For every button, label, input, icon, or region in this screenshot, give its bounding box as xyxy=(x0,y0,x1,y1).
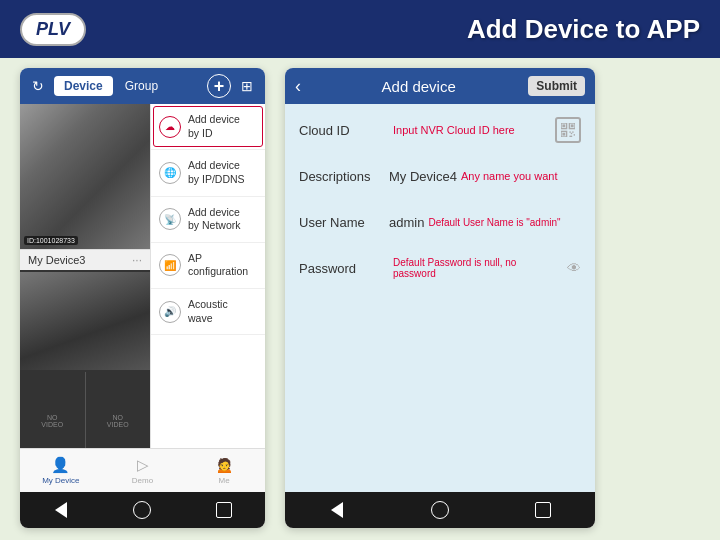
me-icon: 🙍 xyxy=(215,456,234,474)
menu-item-add-by-ip[interactable]: 🌐 Add deviceby IP/DDNS xyxy=(151,150,265,196)
tab-me[interactable]: 🙍 Me xyxy=(183,449,265,492)
right-nav-recent-button[interactable] xyxy=(528,495,558,525)
right-home-circle-icon xyxy=(431,501,449,519)
mini-cam-2: NOVIDEO xyxy=(86,372,151,448)
device-name-1: My Device3 xyxy=(28,254,85,266)
svg-rect-7 xyxy=(572,131,573,132)
submit-button[interactable]: Submit xyxy=(528,76,585,96)
logo: PLV xyxy=(20,13,86,46)
password-hint: Default Password is null, no password xyxy=(393,257,561,279)
grid-icon[interactable]: ⊞ xyxy=(235,74,259,98)
password-row: Password Default Password is null, no pa… xyxy=(299,254,581,282)
right-phone-nav xyxy=(285,492,595,528)
camera-thumb-top: ID:1001028733 xyxy=(20,104,150,249)
device-menu-dots-1[interactable]: ··· xyxy=(132,253,142,267)
descriptions-hint: Any name you want xyxy=(461,170,558,182)
cloud-id-hint: Input NVR Cloud ID here xyxy=(393,124,515,136)
device-id-1: ID:1001028733 xyxy=(24,236,78,245)
right-nav-back-button[interactable] xyxy=(322,495,352,525)
add-device-form: Cloud ID Input NVR Cloud ID here xyxy=(285,104,595,492)
nav-home-button[interactable] xyxy=(127,495,157,525)
mini-cam-1: NOVIDEO xyxy=(20,372,86,448)
camera-column: ID:1001028733 My Device3 ··· NOVIDEO xyxy=(20,104,150,448)
right-nav-home-button[interactable] xyxy=(425,495,455,525)
ip-icon: 🌐 xyxy=(159,162,181,184)
cloud-id-label: Cloud ID xyxy=(299,123,389,138)
tab-group[interactable]: Group xyxy=(117,76,166,96)
eye-icon[interactable]: 👁 xyxy=(567,260,581,276)
tab-demo[interactable]: ▷ Demo xyxy=(102,449,184,492)
svg-rect-10 xyxy=(569,136,572,137)
acoustic-icon: 🔊 xyxy=(159,301,181,323)
tab-me-label: Me xyxy=(219,476,230,485)
home-circle-icon xyxy=(133,501,151,519)
dropdown-menu: ☁ Add deviceby ID 🌐 Add deviceby IP/DDNS… xyxy=(150,104,265,448)
menu-item-ap-label: APconfiguration xyxy=(188,252,248,279)
menu-item-acoustic[interactable]: 🔊 Acousticwave xyxy=(151,289,265,335)
tab-device[interactable]: Device xyxy=(54,76,113,96)
bottom-cams: NOVIDEO NOVIDEO xyxy=(20,370,150,448)
network-icon: 📡 xyxy=(159,208,181,230)
username-row: User Name admin Default User Name is "ad… xyxy=(299,208,581,236)
camera-thumb-mid xyxy=(20,270,150,370)
svg-rect-5 xyxy=(562,133,565,136)
back-triangle-icon xyxy=(55,502,67,518)
menu-item-acoustic-label: Acousticwave xyxy=(188,298,228,325)
nav-back-button[interactable] xyxy=(46,495,76,525)
ap-icon: 📶 xyxy=(159,254,181,276)
tab-my-device-label: My Device xyxy=(42,476,79,485)
username-label: User Name xyxy=(299,215,389,230)
no-video-label-1: NOVIDEO xyxy=(41,414,63,428)
header: PLV Add Device to APP xyxy=(0,0,720,58)
refresh-icon[interactable]: ↻ xyxy=(26,74,50,98)
menu-item-by-ip-label: Add deviceby IP/DDNS xyxy=(188,159,245,186)
form-title: Add device xyxy=(309,78,528,95)
svg-rect-9 xyxy=(574,134,575,135)
device-name-row-1: My Device3 ··· xyxy=(20,249,150,270)
no-video-label-2: NOVIDEO xyxy=(107,414,129,428)
cloud-id-row: Cloud ID Input NVR Cloud ID here xyxy=(299,116,581,144)
svg-rect-1 xyxy=(562,124,565,127)
menu-item-add-by-id[interactable]: ☁ Add deviceby ID xyxy=(151,104,265,150)
recent-square-icon xyxy=(216,502,232,518)
left-phone-topbar: ↻ Device Group + ⊞ xyxy=(20,68,265,104)
page-title: Add Device to APP xyxy=(467,14,700,45)
tab-demo-label: Demo xyxy=(132,476,153,485)
right-phone-topbar: ‹ Add device Submit xyxy=(285,68,595,104)
username-hint: Default User Name is "admin" xyxy=(428,217,560,228)
descriptions-row: Descriptions My Device4 Any name you wan… xyxy=(299,162,581,190)
qr-icon[interactable] xyxy=(555,117,581,143)
descriptions-value: My Device4 xyxy=(389,169,457,184)
right-phone: ‹ Add device Submit Cloud ID Input NVR C… xyxy=(285,68,595,528)
menu-item-add-by-network[interactable]: 📡 Add deviceby Network xyxy=(151,197,265,243)
username-value: admin xyxy=(389,215,424,230)
menu-item-by-network-label: Add deviceby Network xyxy=(188,206,241,233)
left-phone: ↻ Device Group + ⊞ ID:1001028733 My Devi… xyxy=(20,68,265,528)
menu-item-by-id-label: Add deviceby ID xyxy=(188,113,240,140)
logo-text: PLV xyxy=(36,19,70,40)
nav-recent-button[interactable] xyxy=(209,495,239,525)
left-phone-bottom-tabs: 👤 My Device ▷ Demo 🙍 Me xyxy=(20,448,265,492)
tab-my-device[interactable]: 👤 My Device xyxy=(20,449,102,492)
cloud-id-icon: ☁ xyxy=(159,116,181,138)
menu-item-ap-config[interactable]: 📶 APconfiguration xyxy=(151,243,265,289)
descriptions-label: Descriptions xyxy=(299,169,389,184)
left-phone-content: ID:1001028733 My Device3 ··· NOVIDEO xyxy=(20,104,265,448)
svg-rect-8 xyxy=(571,133,572,134)
password-label: Password xyxy=(299,261,389,276)
add-icon[interactable]: + xyxy=(207,74,231,98)
content-area: ↻ Device Group + ⊞ ID:1001028733 My Devi… xyxy=(0,58,720,540)
svg-rect-6 xyxy=(569,131,570,132)
svg-rect-3 xyxy=(571,124,574,127)
my-device-icon: 👤 xyxy=(51,456,70,474)
demo-icon: ▷ xyxy=(137,456,149,474)
right-recent-square-icon xyxy=(535,502,551,518)
right-back-triangle-icon xyxy=(331,502,343,518)
left-phone-nav xyxy=(20,492,265,528)
back-button[interactable]: ‹ xyxy=(295,76,301,97)
